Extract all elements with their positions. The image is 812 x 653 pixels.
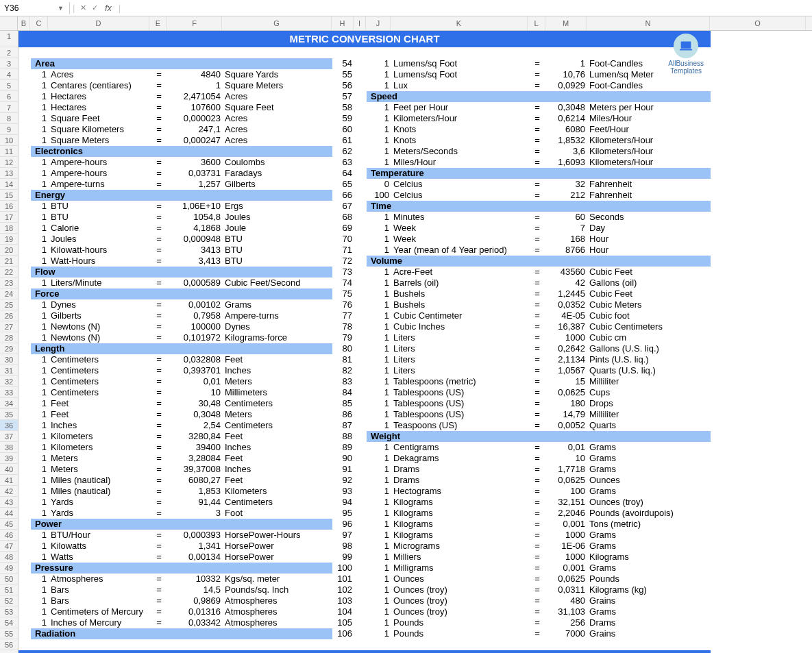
cell[interactable]: = <box>528 310 546 321</box>
cell[interactable]: 6080 <box>546 124 587 135</box>
cell[interactable]: 0,00134 <box>168 552 223 563</box>
cell[interactable]: 0,01 <box>546 442 587 453</box>
cell[interactable]: Kgs/sq. meter <box>223 574 332 584</box>
cell[interactable]: Gilberts <box>223 179 332 190</box>
cell[interactable]: Teaspoons (US) <box>391 420 528 431</box>
row-header[interactable]: 24 <box>0 288 18 299</box>
cell[interactable]: Hectares <box>49 91 150 102</box>
cell[interactable]: Cubic cm <box>587 332 711 343</box>
cell[interactable]: BTU <box>223 256 332 267</box>
cell[interactable]: = <box>150 387 168 398</box>
cell[interactable]: = <box>150 574 168 584</box>
cell[interactable]: Gallons (U.S. liq.) <box>587 343 711 354</box>
cell[interactable]: = <box>528 409 546 420</box>
cell[interactable]: BTU <box>49 212 150 223</box>
cell[interactable]: 1 <box>31 157 49 168</box>
cell[interactable]: Cubic Centimeter <box>391 310 528 321</box>
cell[interactable]: 0,001 <box>546 563 587 574</box>
cell[interactable]: 1 <box>31 431 49 442</box>
cell[interactable]: = <box>528 628 546 639</box>
cell[interactable]: Ounces <box>587 475 711 486</box>
cell[interactable]: = <box>528 299 546 310</box>
cell[interactable]: 73 <box>332 267 354 278</box>
cell[interactable]: 69 <box>332 223 354 234</box>
cell[interactable]: = <box>150 606 168 617</box>
cell[interactable] <box>354 530 367 541</box>
cell[interactable]: 61 <box>332 135 354 146</box>
row-header[interactable]: 54 <box>0 617 18 628</box>
cell[interactable] <box>19 201 31 212</box>
cell[interactable]: 66 <box>332 190 354 201</box>
cell[interactable] <box>19 508 31 519</box>
cell[interactable]: = <box>150 201 168 212</box>
cell[interactable] <box>19 409 31 420</box>
cell[interactable] <box>354 453 367 464</box>
cell[interactable]: 10 <box>546 453 587 464</box>
cell[interactable]: 1 <box>31 453 49 464</box>
cell[interactable]: 1 <box>31 617 49 628</box>
cell[interactable]: Foot <box>223 508 332 519</box>
cell[interactable]: Inches of Mercury <box>49 617 150 628</box>
cell[interactable]: 89 <box>332 442 354 453</box>
cell[interactable]: 10332 <box>168 574 223 584</box>
cell[interactable]: = <box>150 102 168 113</box>
cell[interactable] <box>19 91 31 102</box>
cell[interactable] <box>19 146 31 157</box>
row-header[interactable]: 18 <box>0 223 18 234</box>
col-header[interactable]: J <box>366 16 391 30</box>
cell[interactable] <box>354 563 367 574</box>
cell[interactable] <box>19 102 31 113</box>
cell[interactable]: = <box>528 179 546 190</box>
cell[interactable]: Cubic Meters <box>587 299 711 310</box>
cell[interactable]: Joule <box>223 223 332 234</box>
cell[interactable]: HorsePower <box>223 552 332 563</box>
row-header[interactable]: 22 <box>0 267 18 278</box>
cell[interactable] <box>354 91 367 102</box>
cell[interactable]: Milliliter <box>587 376 711 387</box>
row-header[interactable]: 1 <box>0 31 18 47</box>
cell[interactable]: Atmospheres <box>49 574 150 584</box>
row-header[interactable]: 33 <box>0 387 18 398</box>
cell[interactable]: 1 <box>367 146 391 157</box>
cell[interactable] <box>354 464 367 475</box>
cell[interactable]: 1 <box>31 278 49 288</box>
cell[interactable]: = <box>528 212 546 223</box>
cell[interactable]: Liters <box>391 343 528 354</box>
cell[interactable]: Centares (centiares) <box>49 80 150 91</box>
cell[interactable]: Centimeters <box>223 398 332 409</box>
cell[interactable]: Miles/Hour <box>391 157 528 168</box>
cell[interactable]: 1 <box>367 387 391 398</box>
cell[interactable]: 247,1 <box>168 124 223 135</box>
cell[interactable]: 104 <box>332 606 354 617</box>
cell[interactable]: = <box>150 124 168 135</box>
cell[interactable]: 0,9869 <box>168 595 223 606</box>
cell[interactable]: 1054,8 <box>168 212 223 223</box>
cell[interactable]: Acres <box>223 113 332 124</box>
cell[interactable]: 74 <box>332 278 354 288</box>
row-header[interactable]: 35 <box>0 409 18 420</box>
cell[interactable]: Kilometers <box>223 486 332 497</box>
cell[interactable] <box>354 519 367 530</box>
cell[interactable]: Kilograms (kg) <box>587 584 711 595</box>
cell[interactable]: Atmospheres <box>223 617 332 628</box>
cell[interactable]: 100 <box>546 486 587 497</box>
col-header[interactable]: E <box>149 16 167 30</box>
cell[interactable]: Cups <box>587 387 711 398</box>
col-header[interactable]: C <box>30 16 48 30</box>
cell[interactable]: 480 <box>546 595 587 606</box>
cell[interactable]: Milliers <box>391 552 528 563</box>
cell[interactable]: 3413 <box>168 245 223 256</box>
cell[interactable]: 0,2642 <box>546 343 587 354</box>
cell[interactable]: 107600 <box>168 102 223 113</box>
cell[interactable]: Day <box>587 223 711 234</box>
cell[interactable] <box>19 387 31 398</box>
cell[interactable] <box>354 606 367 617</box>
cell[interactable]: 97 <box>332 530 354 541</box>
cell[interactable]: 1 <box>31 486 49 497</box>
row-header[interactable]: 12 <box>0 157 18 168</box>
cell[interactable]: 1 <box>367 530 391 541</box>
cell[interactable]: Celcius <box>391 179 528 190</box>
cell[interactable]: Meters <box>223 409 332 420</box>
row-header[interactable]: 49 <box>0 563 18 574</box>
cell[interactable]: 0,000948 <box>168 234 223 245</box>
